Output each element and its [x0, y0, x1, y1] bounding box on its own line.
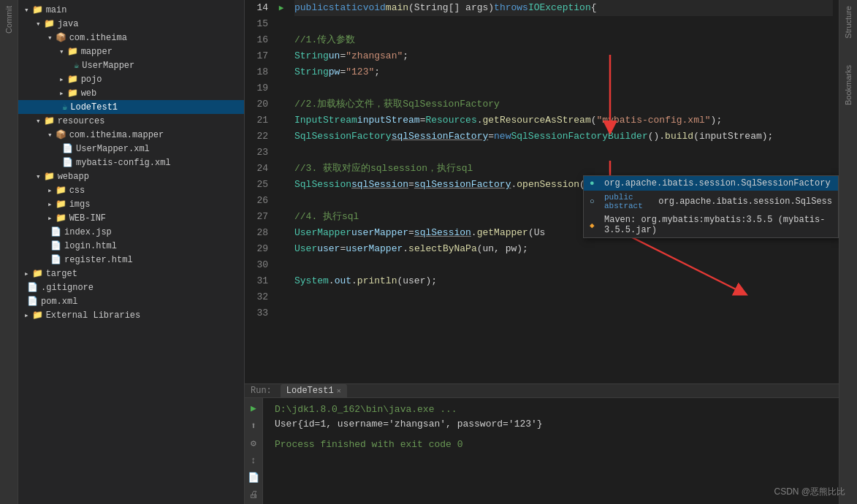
commit-icon[interactable]: Commit	[3, 3, 15, 37]
run-tab-close[interactable]: ✕	[337, 386, 341, 395]
line-numbers: 1415161718192021222324252627282930313233	[245, 0, 274, 383]
tree-icon-UserMapper: ☕	[74, 60, 79, 71]
tree-icon-index.jsp: 📄	[50, 226, 61, 237]
tree-label-pom.xml: pom.xml	[41, 297, 77, 307]
tree-label-com.itheima.mapper: com.itheima.mapper	[69, 130, 164, 140]
tree-item-main[interactable]: ▾ 📁main	[18, 3, 244, 17]
tree-icon-pom.xml: 📄	[27, 296, 38, 307]
tree-item-java[interactable]: ▾ 📁java	[18, 17, 244, 31]
tree-label-LodeTest1: LodeTest1	[70, 102, 118, 112]
tree-icon-login.html: 📄	[50, 240, 61, 251]
bookmarks-label[interactable]: Bookmarks	[844, 65, 853, 105]
run-stop-icon[interactable]: ⬆	[249, 419, 258, 433]
run-rerun-icon[interactable]: ↕	[249, 454, 258, 467]
tree-icon-mybatis-config.xml: 📄	[62, 157, 73, 168]
tree-item-webapp[interactable]: ▾ 📁webapp	[18, 169, 244, 183]
tree-item-WEB-INF[interactable]: ▸ 📁WEB-INF	[18, 211, 244, 225]
structure-label[interactable]: Structure	[844, 6, 853, 39]
autocomplete-popup[interactable]: ● org.apache.ibatis.session.SqlSessionFa…	[583, 175, 839, 238]
tree-icon-.gitignore: 📄	[27, 282, 38, 293]
line-num-27: 27	[251, 209, 268, 225]
code-line-33	[294, 305, 833, 321]
autocomplete-item-2[interactable]: ◆ Maven: org.mybatis:mybatis:3.5.5 (myba…	[584, 213, 838, 237]
tree-icon-imgs: 📁	[56, 199, 66, 210]
tree-item-pom.xml[interactable]: 📄pom.xml	[18, 294, 244, 308]
tree-label-External Libraries: External Libraries	[46, 310, 141, 321]
tree-icon-External Libraries: 📁	[32, 310, 43, 321]
tree-icon-UserMapper.xml: 📄	[62, 143, 73, 154]
tree-item-com.itheima[interactable]: ▾ 📦com.itheima	[18, 31, 244, 45]
tree-arrow-com.itheima: ▾	[47, 33, 53, 42]
autocomplete-prefix-1: public abstract	[604, 193, 654, 210]
project-tree: ▾ 📁main▾ 📁java▾ 📦com.itheima▾ 📁mapper ☕U…	[18, 0, 245, 504]
run-settings-icon[interactable]: ⚙	[249, 436, 258, 451]
line-num-33: 33	[251, 305, 268, 321]
tree-item-mapper[interactable]: ▾ 📁mapper	[18, 45, 244, 58]
tree-item-mybatis-config.xml[interactable]: 📄mybatis-config.xml	[18, 156, 244, 169]
tree-item-target[interactable]: ▸ 📁target	[18, 267, 244, 280]
line-num-23: 23	[251, 145, 268, 161]
tree-label-UserMapper: UserMapper	[82, 61, 134, 71]
run-scroll-icon[interactable]: 📄	[246, 470, 261, 485]
code-line-18: String pw = "123";	[294, 64, 833, 80]
tree-item-register.html[interactable]: 📄register.html	[18, 253, 244, 267]
interface-icon: ●	[590, 179, 600, 188]
autocomplete-item-1[interactable]: ○ public abstract org.apache.ibatis.sess…	[584, 191, 838, 213]
autocomplete-text-2: Maven: org.mybatis:mybatis:3.5.5 (mybati…	[604, 215, 832, 235]
tree-label-login.html: login.html	[64, 241, 117, 251]
bottom-left-panel: ▶ ⬆ ⚙ ↕ 📄 🖨 🗑 D:\jdk1.8.0_162\bin\java.e…	[245, 398, 839, 504]
run-print-icon[interactable]: 🖨	[248, 488, 260, 502]
tree-arrow-main: ▾	[24, 5, 29, 15]
tree-icon-main: 📁	[32, 4, 43, 15]
tree-arrow-webapp: ▾	[36, 172, 41, 181]
autocomplete-text-1: org.apache.ibatis.session.SqlSess	[658, 196, 832, 207]
tree-icon-target: 📁	[32, 268, 43, 279]
tree-item-index.jsp[interactable]: 📄index.jsp	[18, 225, 244, 239]
tree-arrow-com.itheima.mapper: ▾	[47, 130, 53, 140]
tree-arrow-java: ▾	[36, 19, 41, 28]
tree-item-resources[interactable]: ▾ 📁resources	[18, 114, 244, 128]
tree-arrow-css: ▸	[47, 186, 53, 195]
line-num-20: 20	[251, 96, 268, 112]
code-line-24: //3. 获取对应的sqlsession，执行sql	[294, 161, 833, 177]
tree-item-LodeTest1[interactable]: ☕LodeTest1	[18, 100, 244, 114]
code-line-22: SqlSessionFactory sqlSessionFactory = ne…	[294, 129, 833, 145]
tree-icon-mapper: 📁	[67, 46, 78, 57]
tree-item-UserMapper.xml[interactable]: 📄UserMapper.xml	[18, 142, 244, 156]
tree-label-web: web	[81, 88, 97, 99]
output-exit: Process finished with exit code 0	[275, 438, 827, 452]
run-play-icon[interactable]: ▶	[249, 401, 258, 416]
tree-label-mybatis-config.xml: mybatis-config.xml	[76, 158, 171, 168]
editor-area: 1415161718192021222324252627282930313233…	[245, 0, 839, 504]
tree-label-UserMapper.xml: UserMapper.xml	[76, 144, 150, 154]
tree-item-login.html[interactable]: 📄login.html	[18, 239, 244, 253]
tree-item-UserMapper[interactable]: ☕UserMapper	[18, 58, 244, 72]
tree-item-.gitignore[interactable]: 📄.gitignore	[18, 280, 244, 294]
line-num-29: 29	[251, 241, 268, 257]
tree-item-com.itheima.mapper[interactable]: ▾ 📦com.itheima.mapper	[18, 128, 244, 142]
tree-arrow-mapper: ▾	[59, 47, 64, 56]
tree-icon-com.itheima.mapper: 📦	[56, 129, 66, 140]
code-editor: 1415161718192021222324252627282930313233…	[245, 0, 839, 383]
autocomplete-item-0[interactable]: ● org.apache.ibatis.session.SqlSessionFa…	[584, 176, 838, 191]
code-line-14: public static void main(String[] args) t…	[294, 0, 833, 16]
tree-icon-register.html: 📄	[50, 254, 61, 265]
line-num-17: 17	[251, 48, 268, 64]
tree-icon-com.itheima: 📦	[56, 32, 66, 43]
output-result: User{id=1, username='zhangsan', password…	[275, 417, 827, 432]
tree-icon-java: 📁	[44, 18, 55, 29]
abstract-icon: ○	[590, 197, 600, 206]
code-line-29: User user = userMapper.selectByNaPa(un, …	[294, 241, 833, 257]
bottom-right-label: CSDN @恶熊比比	[774, 486, 845, 498]
tree-item-imgs[interactable]: ▸ 📁imgs	[18, 197, 244, 211]
tree-icon-webapp: 📁	[44, 171, 55, 182]
left-icon-bar: Commit	[0, 0, 18, 504]
tree-item-web[interactable]: ▸ 📁web	[18, 86, 244, 100]
run-tab[interactable]: LodeTest1 ✕	[281, 384, 347, 397]
tree-item-pojo[interactable]: ▸ 📁pojo	[18, 72, 244, 86]
run-tab-name: LodeTest1	[286, 386, 334, 396]
line-num-18: 18	[251, 64, 268, 80]
tree-item-External Libraries[interactable]: ▸ 📁External Libraries	[18, 308, 244, 322]
tree-item-css[interactable]: ▸ 📁css	[18, 183, 244, 197]
tree-label-webapp: webapp	[58, 172, 89, 182]
